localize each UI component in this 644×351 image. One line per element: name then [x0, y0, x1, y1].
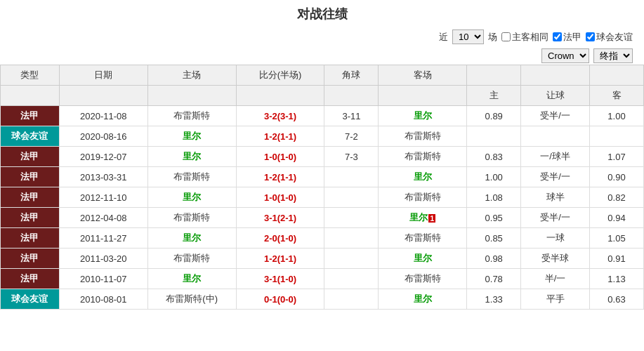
cell-date: 2012-11-10	[59, 187, 147, 208]
cell-date: 2013-03-31	[59, 167, 147, 187]
final-select[interactable]: 终指	[593, 48, 633, 63]
th-date2	[59, 86, 147, 106]
cell-away: 里尔1	[379, 208, 467, 228]
cell-away: 布雷斯特	[379, 228, 467, 249]
cell-guest: 1.07	[590, 147, 644, 167]
home-away-checkbox[interactable]	[501, 32, 511, 41]
cell-away: 布雷斯特	[379, 147, 467, 167]
cell-score: 3-1(1-0)	[236, 269, 324, 289]
cell-date: 2020-08-16	[59, 126, 147, 147]
league-checkbox[interactable]	[553, 32, 562, 41]
cell-date: 2019-12-07	[59, 147, 147, 167]
cell-corner: 3-11	[324, 106, 379, 126]
cell-type: 法甲	[1, 106, 60, 126]
cell-home: 布雷斯特	[147, 106, 236, 126]
th-corner: 角球	[324, 65, 379, 86]
cell-type: 法甲	[1, 228, 60, 249]
cell-guest: 1.00	[590, 106, 644, 126]
th-score: 比分(半场)	[236, 65, 324, 86]
th-home2	[147, 86, 236, 106]
cell-date: 2010-08-01	[59, 289, 147, 310]
cell-score: 0-1(0-0)	[236, 289, 324, 310]
cell-corner: 7-2	[324, 126, 379, 147]
cell-guest: 0.94	[590, 208, 644, 228]
cell-main: 0.98	[467, 249, 521, 269]
cell-type: 法甲	[1, 208, 60, 228]
page-title: 对战往绩	[0, 0, 644, 27]
filter-bar: 近 10 场 主客相同 法甲 球会友谊	[0, 27, 644, 47]
cell-corner	[324, 228, 379, 249]
crown-bar: Crown 终指	[0, 47, 644, 65]
th-type: 类型	[1, 65, 60, 86]
cell-home: 布雷斯特(中)	[147, 289, 236, 310]
th-date: 日期	[59, 65, 147, 86]
cell-type: 球会友谊	[1, 289, 60, 310]
table-row: 球会友谊2020-08-16里尔1-2(1-1)7-2布雷斯特	[1, 126, 644, 147]
cell-type: 法甲	[1, 147, 60, 167]
crown-select[interactable]: Crown	[541, 48, 589, 63]
cell-score: 1-0(1-0)	[236, 187, 324, 208]
cell-away: 布雷斯特	[379, 126, 467, 147]
cell-date: 2011-11-27	[59, 228, 147, 249]
th-away2	[379, 86, 467, 106]
friendly-checkbox-label[interactable]: 球会友谊	[586, 31, 633, 44]
recent-select[interactable]: 10	[452, 29, 484, 44]
cell-away: 布雷斯特	[379, 269, 467, 289]
th-guest: 客	[590, 86, 644, 106]
cell-date: 2012-04-08	[59, 208, 147, 228]
cell-away: 里尔	[379, 289, 467, 310]
cell-main: 0.85	[467, 228, 521, 249]
cell-corner	[324, 249, 379, 269]
cell-home: 里尔	[147, 269, 236, 289]
cell-handicap: 一/球半	[521, 147, 590, 167]
cell-handicap: 受半/一	[521, 106, 590, 126]
table-row: 球会友谊2010-08-01布雷斯特(中)0-1(0-0)里尔1.33平手0.6…	[1, 289, 644, 310]
friendly-checkbox[interactable]	[586, 32, 595, 41]
league-checkbox-label[interactable]: 法甲	[553, 31, 581, 44]
th-home: 主场	[147, 65, 236, 86]
league-label: 法甲	[563, 31, 581, 44]
table-row: 法甲2020-11-08布雷斯特3-2(3-1)3-11里尔0.89受半/一1.…	[1, 106, 644, 126]
cell-score: 2-0(1-0)	[236, 228, 324, 249]
cell-score: 1-0(1-0)	[236, 147, 324, 167]
cell-score: 3-2(3-1)	[236, 106, 324, 126]
cell-main: 1.08	[467, 187, 521, 208]
cell-handicap: 球半	[521, 187, 590, 208]
cell-main	[467, 126, 521, 147]
friendly-label: 球会友谊	[596, 31, 633, 44]
table-row: 法甲2011-11-27里尔2-0(1-0)布雷斯特0.85一球1.05	[1, 228, 644, 249]
cell-corner	[324, 167, 379, 187]
cell-handicap	[521, 126, 590, 147]
cell-handicap: 平手	[521, 289, 590, 310]
table-row: 法甲2010-11-07里尔3-1(1-0)布雷斯特0.78半/一1.13	[1, 269, 644, 289]
cell-corner: 7-3	[324, 147, 379, 167]
cell-main: 0.83	[467, 147, 521, 167]
cell-handicap: 半/一	[521, 269, 590, 289]
cell-type: 球会友谊	[1, 126, 60, 147]
red-badge: 1	[428, 214, 435, 223]
cell-home: 里尔	[147, 147, 236, 167]
cell-date: 2011-03-20	[59, 249, 147, 269]
th-score2	[236, 86, 324, 106]
cell-home: 里尔	[147, 228, 236, 249]
cell-main: 0.95	[467, 208, 521, 228]
cell-main: 0.78	[467, 269, 521, 289]
field-label: 场	[488, 31, 497, 44]
cell-score: 1-2(1-1)	[236, 126, 324, 147]
table-row: 法甲2012-11-10里尔1-0(1-0)布雷斯特1.08球半0.82	[1, 187, 644, 208]
cell-corner	[324, 208, 379, 228]
th-main: 主	[467, 86, 521, 106]
cell-type: 法甲	[1, 269, 60, 289]
cell-guest: 0.63	[590, 289, 644, 310]
table-row: 法甲2011-03-20布雷斯特1-2(1-1)里尔0.98受半球0.91	[1, 249, 644, 269]
th-type2	[1, 86, 60, 106]
cell-handicap: 一球	[521, 228, 590, 249]
cell-away: 布雷斯特	[379, 187, 467, 208]
cell-handicap: 受半/一	[521, 167, 590, 187]
th-guest-empty	[590, 65, 644, 86]
th-main-empty	[467, 65, 521, 86]
cell-score: 1-2(1-1)	[236, 167, 324, 187]
cell-main: 1.00	[467, 167, 521, 187]
home-away-checkbox-label[interactable]: 主客相同	[501, 31, 548, 44]
cell-guest: 0.91	[590, 249, 644, 269]
